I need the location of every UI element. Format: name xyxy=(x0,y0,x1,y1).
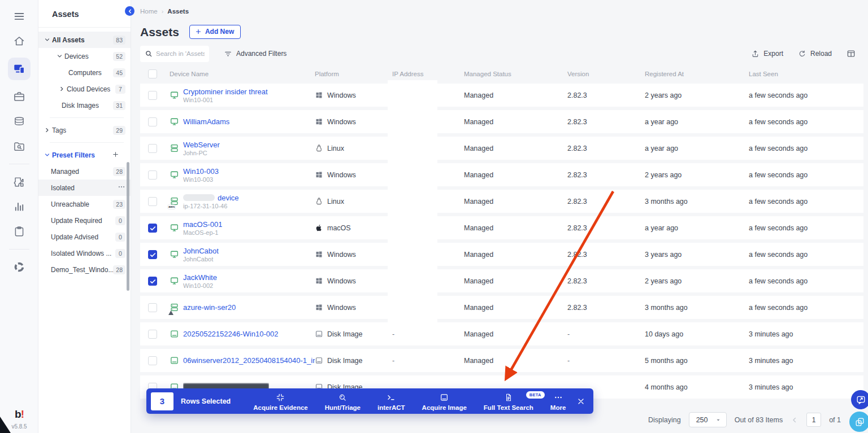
acquire-evidence-button[interactable]: Acquire Evidence xyxy=(253,392,308,411)
table-row[interactable]: WilliamAdamsWindowsManaged2.82.3a year a… xyxy=(140,110,863,133)
row-checkbox[interactable] xyxy=(148,91,157,100)
disk-image-icon xyxy=(315,330,323,338)
sidebar-item-computers[interactable]: Computers45 xyxy=(38,64,131,81)
hunt-triage-button[interactable]: Hunt/Triage xyxy=(325,392,361,411)
table-row[interactable]: Cryptominer insider threatWin10-001Windo… xyxy=(140,84,863,107)
nav-layers[interactable] xyxy=(8,113,30,130)
nav-chart[interactable] xyxy=(8,198,30,215)
column-header[interactable]: Version xyxy=(567,71,645,77)
nav-swirl[interactable] xyxy=(8,259,30,275)
nav-folder-search[interactable] xyxy=(8,138,30,155)
search-box[interactable] xyxy=(140,46,209,62)
row-checkbox[interactable] xyxy=(148,356,157,365)
table-row[interactable]: JackWhiteWin10-002WindowsManaged2.82.32 … xyxy=(140,269,863,292)
sidebar-item-preset-filters[interactable]: Preset Filters xyxy=(38,147,131,163)
sidebar-item-all-assets[interactable]: All Assets83 xyxy=(38,32,131,48)
sidebar-item-devices[interactable]: Devices52 xyxy=(38,48,131,64)
chat-button[interactable] xyxy=(851,390,868,409)
page-size-select[interactable]: 250 xyxy=(689,412,727,427)
device-name-link[interactable]: 06winserver2012_20250408154040-1_ir xyxy=(183,356,315,365)
count-badge: 29 xyxy=(113,126,125,135)
nav-clipboard[interactable] xyxy=(8,223,30,240)
device-name-link[interactable]: JohnCabot xyxy=(183,247,219,255)
column-header[interactable]: Last Seen xyxy=(749,71,863,77)
column-header[interactable]: Managed Status xyxy=(464,71,567,77)
help-button[interactable]: ? xyxy=(849,412,868,432)
select-all-checkbox[interactable] xyxy=(148,69,157,78)
device-name-link[interactable]: macOS-001 xyxy=(183,220,222,229)
sidebar-item-label: Demo_Test_Windo... xyxy=(51,266,113,274)
more-button[interactable]: More xyxy=(550,392,566,411)
nav-puzzle[interactable] xyxy=(8,173,30,190)
device-name-link[interactable]: JackWhite xyxy=(183,273,217,282)
column-header[interactable]: Platform xyxy=(315,71,392,77)
sidebar-item-isolated[interactable]: Isolated xyxy=(38,180,131,196)
acquire-image-button[interactable]: Acquire Image xyxy=(422,392,467,411)
nav-briefcase[interactable] xyxy=(8,88,30,105)
page-number-input[interactable]: 1 xyxy=(806,413,821,427)
interact-button[interactable]: interACT xyxy=(377,392,405,411)
search-input[interactable] xyxy=(156,50,205,57)
sidebar-item-managed[interactable]: Managed28 xyxy=(38,163,131,180)
add-new-button[interactable]: Add New xyxy=(189,25,241,39)
nav-menu[interactable] xyxy=(8,8,30,25)
sidebar-collapse-button[interactable] xyxy=(125,6,134,16)
last-seen-cell: a few seconds ago xyxy=(749,224,863,232)
table-row[interactable]: 20250522152246-Win10-002Disk Image-Manag… xyxy=(140,322,863,345)
sidebar-item-unreachable[interactable]: Unreachable23 xyxy=(38,196,131,212)
device-name-link[interactable]: device xyxy=(183,194,239,202)
desktop-icon xyxy=(170,223,179,233)
column-header[interactable]: Device Name xyxy=(170,71,315,77)
row-checkbox[interactable] xyxy=(148,330,157,339)
device-name-link[interactable]: azure-win-ser20 xyxy=(183,303,236,312)
managed-status-cell: Managed xyxy=(464,145,567,152)
sidebar-item-tags[interactable]: Tags29 xyxy=(38,122,131,138)
device-hostname: Win10-002 xyxy=(183,282,217,289)
row-checkbox[interactable] xyxy=(148,303,157,312)
version-cell: 2.82.3 xyxy=(567,145,645,152)
server-icon xyxy=(170,143,179,153)
nav-assets[interactable] xyxy=(8,58,31,80)
row-checkbox[interactable] xyxy=(148,197,157,206)
table-row[interactable]: Win10-003Win10-003WindowsManaged2.82.32 … xyxy=(140,163,863,186)
sidebar-item-update-required[interactable]: Update Required0 xyxy=(38,212,131,229)
rows-selected-label: Rows Selected xyxy=(181,397,231,405)
column-header[interactable]: IP Address xyxy=(392,71,464,77)
columns-settings-icon[interactable] xyxy=(847,49,856,58)
table-row[interactable]: macOS-001MacOS-ep-1macOSManaged2.82.3a y… xyxy=(140,216,863,239)
device-name-link[interactable]: Cryptominer insider threat xyxy=(183,88,268,96)
table-row[interactable]: awsdeviceip-172-31-10-46LinuxManaged2.82… xyxy=(140,190,863,213)
table-row[interactable]: JohnCabotJohnCabotWindowsManaged2.82.33 … xyxy=(140,243,863,266)
export-icon xyxy=(751,50,760,58)
device-name-link[interactable]: WilliamAdams xyxy=(183,117,229,126)
full-text-search-button[interactable]: Full Text SearchBETA xyxy=(484,392,533,411)
sidebar-item-disk-images[interactable]: Disk Images31 xyxy=(38,97,131,113)
sidebar-item-cloud-devices[interactable]: Cloud Devices7 xyxy=(38,81,131,97)
table-row[interactable]: WebServerJohn-PCLinuxManaged2.82.3a year… xyxy=(140,137,863,160)
device-name-link[interactable]: 20250522152246-Win10-002 xyxy=(183,330,278,338)
row-checkbox[interactable] xyxy=(148,277,157,286)
close-icon[interactable] xyxy=(576,397,585,406)
row-checkbox[interactable] xyxy=(148,117,157,126)
row-checkbox[interactable] xyxy=(148,224,157,233)
sidebar-item-demo-test-windo[interactable]: Demo_Test_Windo...28 xyxy=(38,261,131,278)
sidebar-item-isolated-windows[interactable]: Isolated Windows ...0 xyxy=(38,245,131,261)
ip-redaction-patch xyxy=(388,266,437,296)
row-checkbox[interactable] xyxy=(148,170,157,180)
prev-page-icon[interactable] xyxy=(791,416,798,424)
sidebar-scrollbar[interactable] xyxy=(127,162,129,291)
row-checkbox[interactable] xyxy=(148,144,157,153)
sidebar-item-update-advised[interactable]: Update Advised0 xyxy=(38,229,131,245)
nav-home[interactable] xyxy=(8,33,30,50)
device-name-link[interactable]: WebServer xyxy=(183,141,220,149)
row-checkbox[interactable] xyxy=(148,250,157,259)
reload-button[interactable]: Reload xyxy=(798,50,832,58)
table-row[interactable]: 06winserver2012_20250408154040-1_irDisk … xyxy=(140,349,863,372)
column-header[interactable]: Registered At xyxy=(645,71,749,77)
table-row[interactable]: azure-win-ser20WindowsManaged2.82.33 mon… xyxy=(140,296,863,319)
add-preset-filter-button[interactable] xyxy=(112,151,125,160)
advanced-filters-button[interactable]: Advanced Filters xyxy=(224,50,287,58)
breadcrumb-home[interactable]: Home xyxy=(140,8,158,15)
device-name-link[interactable]: Win10-003 xyxy=(183,167,219,176)
export-button[interactable]: Export xyxy=(751,50,783,58)
